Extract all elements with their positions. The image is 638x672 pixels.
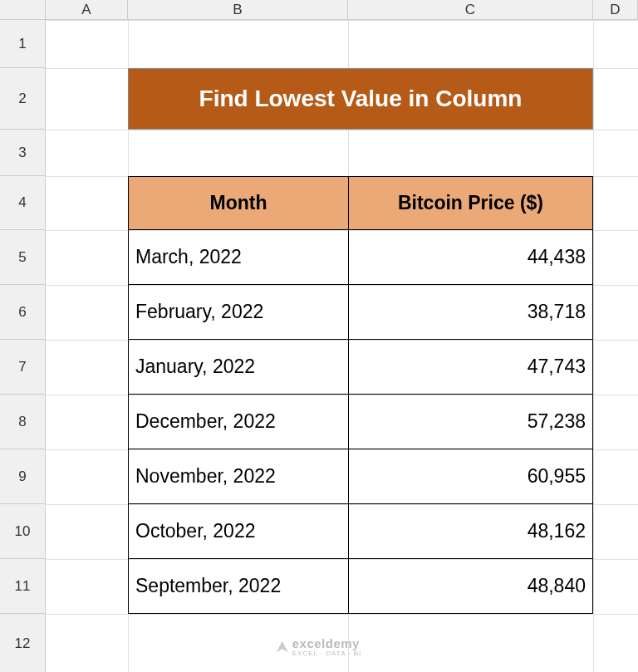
column-header-a[interactable]: A (46, 0, 128, 20)
cell-area[interactable]: Find Lowest Value in Column Month Bitcoi… (46, 20, 638, 672)
title-banner[interactable]: Find Lowest Value in Column (128, 68, 593, 130)
watermark: exceldemy EXCEL · DATA · BI (277, 636, 362, 657)
cell-month[interactable]: February, 2022 (128, 285, 348, 340)
cell-price[interactable]: 44,438 (348, 230, 593, 285)
table-row: November, 202260,955 (128, 449, 593, 504)
cell-price[interactable]: 60,955 (348, 449, 593, 504)
table-row: December, 202257,238 (128, 395, 593, 449)
row-header-7[interactable]: 7 (0, 340, 46, 395)
row-header-3[interactable]: 3 (0, 130, 46, 176)
column-header-b[interactable]: B (128, 0, 348, 20)
row-headers: 123456789101112 (0, 20, 46, 672)
table-row: January, 202247,743 (128, 340, 593, 395)
watermark-logo-icon (277, 641, 288, 653)
row-header-1[interactable]: 1 (0, 20, 46, 68)
select-all-corner[interactable] (0, 0, 46, 20)
title-text: Find Lowest Value in Column (199, 86, 523, 112)
row-header-9[interactable]: 9 (0, 449, 46, 504)
cell-price[interactable]: 57,238 (348, 395, 593, 449)
cell-month[interactable]: January, 2022 (128, 340, 348, 395)
row-header-2[interactable]: 2 (0, 68, 46, 130)
row-header-10[interactable]: 10 (0, 504, 46, 559)
column-headers: A B C D (0, 0, 638, 20)
header-month[interactable]: Month (128, 176, 348, 230)
column-header-d[interactable]: D (593, 0, 638, 20)
row-header-11[interactable]: 11 (0, 559, 46, 614)
cell-month[interactable]: December, 2022 (128, 395, 348, 449)
cell-month[interactable]: November, 2022 (128, 449, 348, 504)
table-row: September, 202248,840 (128, 559, 593, 614)
table-row: March, 202244,438 (128, 230, 593, 285)
header-price[interactable]: Bitcoin Price ($) (348, 176, 593, 230)
cell-month[interactable]: March, 2022 (128, 230, 348, 285)
row-header-4[interactable]: 4 (0, 176, 46, 230)
watermark-sub: EXCEL · DATA · BI (292, 650, 362, 657)
spreadsheet-container: A B C D 123456789101112 Find Lowest Valu… (0, 0, 638, 672)
row-header-5[interactable]: 5 (0, 230, 46, 285)
table-row: February, 202238,718 (128, 285, 593, 340)
watermark-main: exceldemy (292, 636, 360, 650)
row-header-8[interactable]: 8 (0, 395, 46, 449)
table-row: October, 202248,162 (128, 504, 593, 559)
cell-price[interactable]: 38,718 (348, 285, 593, 340)
row-header-6[interactable]: 6 (0, 285, 46, 340)
row-header-12[interactable]: 12 (0, 614, 46, 672)
data-table: Month Bitcoin Price ($) March, 202244,43… (128, 176, 593, 614)
cell-month[interactable]: October, 2022 (128, 504, 348, 559)
column-header-c[interactable]: C (348, 0, 593, 20)
cell-month[interactable]: September, 2022 (128, 559, 348, 614)
cell-price[interactable]: 48,840 (348, 559, 593, 614)
table-header-row: Month Bitcoin Price ($) (128, 176, 593, 230)
cell-price[interactable]: 47,743 (348, 340, 593, 395)
cell-price[interactable]: 48,162 (348, 504, 593, 559)
